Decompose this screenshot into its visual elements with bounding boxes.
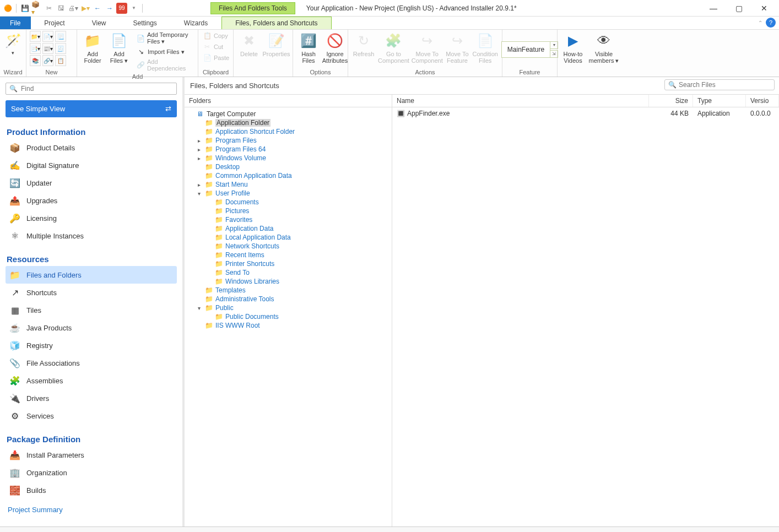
tree-common-appdata[interactable]: 📁Common Application Data	[185, 171, 392, 180]
howto-videos-button[interactable]: ▶How-to Videos	[561, 31, 585, 65]
tree-program-files-64[interactable]: ▸📁Program Files 64	[185, 145, 392, 154]
move-to-component-button[interactable]: ↪Move To Component	[412, 31, 443, 65]
tab-settings[interactable]: Settings	[120, 17, 171, 29]
tree-start-menu[interactable]: ▸📁Start Menu	[185, 180, 392, 189]
col-size[interactable]: Size	[649, 95, 693, 107]
nav-assemblies[interactable]: 🧩Assemblies	[6, 372, 177, 389]
tree-iis-root[interactable]: 📁IIS WWW Root	[185, 321, 392, 330]
file-row[interactable]: 🔳AppFinder.exe 44 KB Application 0.0.0.0	[392, 107, 779, 120]
tree-pictures[interactable]: 📁Pictures	[185, 207, 392, 215]
nav-install-parameters[interactable]: 📥Install Parameters	[6, 446, 177, 464]
tree-target-computer[interactable]: 🖥Target Computer	[185, 110, 392, 118]
nav-product-details[interactable]: 📦Product Details	[6, 139, 177, 156]
new-file-icon[interactable]: 📄▾	[42, 31, 53, 42]
paste-button[interactable]: 📄Paste	[202, 53, 230, 63]
col-type[interactable]: Type	[693, 95, 746, 107]
collapse-icon[interactable]: ▾	[196, 305, 202, 311]
tree-send-to[interactable]: 📁Send To	[185, 268, 392, 277]
expand-icon[interactable]: ▸	[196, 146, 202, 153]
find-box[interactable]: 🔍	[6, 83, 177, 95]
nav-multiple-instances[interactable]: ⚛Multiple Instances	[6, 227, 177, 245]
tree-windows-volume[interactable]: ▸📁Windows Volume	[185, 154, 392, 162]
new-lib-icon[interactable]: 📚	[30, 55, 41, 66]
collapse-ribbon-icon[interactable]: ⌃	[758, 20, 762, 26]
tab-files-folders[interactable]: Files, Folders and Shortcuts	[221, 17, 331, 29]
copy-button[interactable]: 📋Copy	[202, 31, 230, 41]
nav-upgrades[interactable]: 📤Upgrades	[6, 192, 177, 209]
tree-local-appdata[interactable]: 📁Local Application Data	[185, 233, 392, 242]
nav-services[interactable]: ⚙Services	[6, 407, 177, 425]
goto-component-button[interactable]: 🧩Go to Component	[378, 31, 409, 65]
run-icon[interactable]: ▶▾	[80, 3, 91, 14]
tree-favorites[interactable]: 📁Favorites	[185, 215, 392, 224]
new-ini-icon[interactable]: 📃	[55, 31, 66, 42]
nav-files-folders[interactable]: 📁Files and Folders	[6, 266, 177, 284]
new-json-icon[interactable]: 🧾	[55, 43, 66, 54]
help-button[interactable]: ?	[766, 18, 776, 28]
simple-view-button[interactable]: See Simple View ⇄	[6, 100, 177, 117]
app-icon[interactable]: 🟠	[2, 3, 13, 14]
new-folder-icon[interactable]: 📁▾	[30, 31, 41, 42]
col-version[interactable]: Versio	[746, 95, 779, 107]
tab-wizards[interactable]: Wizards	[171, 17, 221, 29]
delete-button[interactable]: ✖Delete	[237, 31, 261, 58]
move-to-feature-button[interactable]: ↪Move To Feature	[445, 31, 470, 65]
tree-public[interactable]: ▾📁Public	[185, 303, 392, 312]
folder-tree[interactable]: 🖥Target Computer 📁Application Folder 📁Ap…	[185, 107, 392, 526]
tab-file[interactable]: File	[0, 17, 31, 29]
ignore-attributes-button[interactable]: 🚫Ignore Attributes	[323, 31, 347, 65]
add-folder-button[interactable]: 📁 Add Folder	[80, 31, 105, 65]
expand-icon[interactable]: ▸	[196, 138, 202, 144]
nav-digital-signature[interactable]: ✍Digital Signature	[6, 156, 177, 174]
print-icon[interactable]: 🖨▾	[68, 3, 79, 14]
qat-dropdown-icon[interactable]: ▼	[128, 3, 139, 14]
tab-view[interactable]: View	[79, 17, 120, 29]
add-temp-files-button[interactable]: 📄Add Temporary Files ▾	[136, 31, 194, 46]
nav-licensing[interactable]: 🔑Licensing	[6, 209, 177, 227]
tree-admin-tools[interactable]: 📁Administrative Tools	[185, 295, 392, 303]
nav-file-associations[interactable]: 📎File Associations	[6, 354, 177, 372]
new-url-icon[interactable]: 📋	[55, 55, 66, 66]
expand-icon[interactable]: ▸	[196, 182, 202, 188]
tree-network-shortcuts[interactable]: 📁Network Shortcuts	[185, 242, 392, 251]
tree-application-folder[interactable]: 📁Application Folder	[185, 118, 392, 127]
tree-app-shortcut-folder[interactable]: 📁Application Shortcut Folder	[185, 127, 392, 136]
new-xml-icon[interactable]: 📰▾	[42, 43, 53, 54]
close-button[interactable]: ✕	[751, 1, 777, 16]
search-files-input[interactable]	[679, 81, 771, 89]
maximize-button[interactable]: ▢	[726, 1, 751, 16]
add-dependencies-button[interactable]: 🔗Add Dependencies	[136, 58, 194, 72]
condition-files-button[interactable]: 📄Condition Files	[472, 31, 499, 65]
nav-updater[interactable]: 🔄Updater	[6, 174, 177, 192]
feature-combobox[interactable]: MainFeature	[501, 41, 550, 58]
nav-registry[interactable]: 🧊Registry	[6, 336, 177, 354]
tree-recent-items[interactable]: 📁Recent Items	[185, 251, 392, 259]
cut-qat-icon[interactable]: ✂	[44, 3, 55, 14]
col-name[interactable]: Name	[392, 95, 649, 107]
hash-files-button[interactable]: #️⃣Hash Files	[296, 31, 321, 65]
tree-templates[interactable]: 📁Templates	[185, 286, 392, 295]
nav-drivers[interactable]: 🔌Drivers	[6, 389, 177, 407]
save-icon[interactable]: 💾	[19, 3, 30, 14]
cut-button[interactable]: ✂Cut	[202, 42, 230, 52]
package-icon[interactable]: 📦▾	[31, 3, 42, 14]
back-icon[interactable]: ←	[92, 3, 103, 14]
tree-public-documents[interactable]: 📁Public Documents	[185, 312, 392, 321]
tree-documents[interactable]: 📁Documents	[185, 198, 392, 207]
project-summary-link[interactable]: Project Summary	[6, 502, 177, 517]
collapse-icon[interactable]: ▾	[196, 191, 202, 197]
wizard-button[interactable]: 🪄 ▾	[1, 31, 25, 57]
save2-icon[interactable]: 🖫	[56, 3, 67, 14]
nav-builds[interactable]: 🧱Builds	[6, 481, 177, 499]
forward-icon[interactable]: →	[104, 3, 115, 14]
nav-tiles[interactable]: ▦Tiles	[6, 301, 177, 319]
tree-program-files[interactable]: ▸📁Program Files	[185, 136, 392, 145]
nav-organization[interactable]: 🏢Organization	[6, 464, 177, 481]
minimize-button[interactable]: —	[701, 1, 726, 16]
tree-printer-shortcuts[interactable]: 📁Printer Shortcuts	[185, 259, 392, 268]
new-short-icon[interactable]: 🔗▾	[42, 55, 53, 66]
tree-user-profile[interactable]: ▾📁User Profile	[185, 189, 392, 198]
expand-icon[interactable]: ▸	[196, 155, 202, 161]
nav-shortcuts[interactable]: ↗Shortcuts	[6, 284, 177, 301]
tree-windows-libraries[interactable]: 📁Windows Libraries	[185, 277, 392, 286]
